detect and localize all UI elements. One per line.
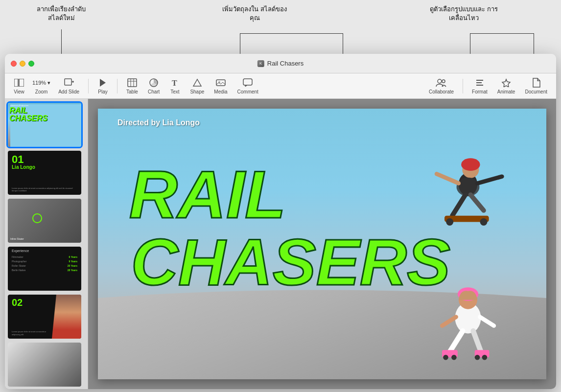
annotation-line-2-h2 xyxy=(294,33,343,34)
keynote-icon: K xyxy=(257,60,264,67)
slide-item-1[interactable]: 1 Director's Production RAILCHASERS xyxy=(8,103,85,147)
view-icon xyxy=(14,77,24,88)
separator-2 xyxy=(117,79,117,93)
svg-point-31 xyxy=(480,218,488,226)
svg-point-32 xyxy=(461,158,480,171)
shape-label: Shape xyxy=(190,89,204,94)
media-button[interactable]: Media xyxy=(210,75,231,96)
view-button[interactable]: View xyxy=(10,75,28,96)
canvas-area[interactable]: Directed by Lia Longo RAIL CHASERS xyxy=(88,99,556,389)
document-label: Document xyxy=(525,89,547,94)
slide-thumb-1[interactable]: Director's Production RAILCHASERS xyxy=(8,103,81,147)
collaborate-label: Collaborate xyxy=(429,89,454,94)
toolbar-view-group: View 119% ▾ Zoom Add Slide xyxy=(10,75,83,96)
thumb5-person xyxy=(52,295,81,339)
svg-point-24 xyxy=(457,178,480,196)
slide-thumb-2[interactable]: 01 Lia Longo Lorem ipsum dolor sit amet … xyxy=(8,151,81,195)
main-area: 1 Director's Production RAILCHASERS 2 01… xyxy=(5,99,556,389)
svg-line-36 xyxy=(450,331,463,351)
thumb2-name: Lia Longo xyxy=(12,164,35,170)
slide-thumb-3[interactable]: Inline Skater xyxy=(8,199,81,243)
svg-rect-1 xyxy=(19,79,24,87)
thumb5-text: Lorem ipsum dolor sit amet consectetur a… xyxy=(12,330,49,336)
svg-line-27 xyxy=(452,195,466,216)
graffiti-rail: RAIL xyxy=(129,157,286,232)
format-label: Format xyxy=(472,89,488,94)
window-title-text: Rail Chasers xyxy=(267,60,304,67)
svg-line-44 xyxy=(442,317,456,326)
thumb3-circle xyxy=(32,213,42,223)
svg-line-37 xyxy=(473,331,481,351)
comment-icon xyxy=(242,77,253,88)
thumb5-number: 02 xyxy=(12,297,23,308)
slide-item-3[interactable]: 3 Inline Skater xyxy=(8,199,85,243)
slide-main-content: Directed by Lia Longo RAIL CHASERS xyxy=(98,109,546,379)
slide-item-2[interactable]: 2 01 Lia Longo Lorem ipsum dolor sit ame… xyxy=(8,151,85,195)
document-icon xyxy=(531,77,541,88)
skater-seated-svg xyxy=(429,277,507,365)
text-button[interactable]: T Text xyxy=(165,75,184,96)
thumb4-title: Experience xyxy=(12,249,29,253)
slide-item-4[interactable]: 4 Experience Filmmaker6 Years Photograph… xyxy=(8,247,85,291)
comment-button[interactable]: Comment xyxy=(234,75,262,96)
svg-point-40 xyxy=(443,355,448,360)
app-window: K Rail Chasers View 119% ▾ Zoom xyxy=(5,54,556,389)
svg-point-41 xyxy=(451,355,457,360)
svg-marker-21 xyxy=(502,79,510,87)
close-button[interactable] xyxy=(11,61,17,67)
svg-rect-15 xyxy=(243,79,252,85)
svg-rect-13 xyxy=(216,80,225,86)
window-title-area: K Rail Chasers xyxy=(257,60,304,67)
text-icon: T xyxy=(169,77,180,88)
slide-thumb-4[interactable]: Experience Filmmaker6 Years Photographer… xyxy=(8,247,81,291)
collaborate-icon xyxy=(436,77,446,88)
svg-point-42 xyxy=(475,355,480,360)
slide-item-5[interactable]: 5 02 Lorem ipsum dolor sit amet consecte… xyxy=(8,295,85,339)
animate-icon xyxy=(501,77,512,88)
slide-thumb-6[interactable] xyxy=(8,343,81,387)
zoom-button[interactable]: 119% ▾ Zoom xyxy=(29,75,53,96)
svg-rect-0 xyxy=(14,79,18,87)
play-icon xyxy=(97,77,108,88)
annotation-format-animate: ดูตัวเลือกรูปแบบและ การเคลื่อนไหว xyxy=(421,5,507,23)
thumb1-graffiti: RAILCHASERS xyxy=(9,107,47,122)
annotation-add-object: เพิ่มวัตถุลงใน สไลด์ของคุณ xyxy=(220,5,289,23)
format-button[interactable]: Format xyxy=(468,75,491,96)
chart-button[interactable]: Chart xyxy=(144,75,164,96)
graffiti-chasers: CHASERS xyxy=(131,226,451,299)
traffic-lights xyxy=(5,61,34,67)
play-button[interactable]: Play xyxy=(94,75,112,96)
thumb2-body: Lorem ipsum dolor sit amet consectetur a… xyxy=(12,187,77,192)
text-label: Text xyxy=(170,89,179,94)
animate-button[interactable]: Animate xyxy=(493,75,519,96)
fullscreen-button[interactable] xyxy=(28,61,34,67)
svg-line-26 xyxy=(477,177,502,184)
separator-3 xyxy=(463,79,463,93)
slide-panel[interactable]: 1 Director's Production RAILCHASERS 2 01… xyxy=(5,99,88,389)
table-button[interactable]: Table xyxy=(122,75,142,96)
slide-item-6[interactable]: 6 xyxy=(8,343,85,387)
svg-point-43 xyxy=(482,355,488,360)
thumb4-rows: Filmmaker6 Years Photographer9 Years Rol… xyxy=(12,255,77,273)
slide-thumb-5[interactable]: 02 Lorem ipsum dolor sit amet consectetu… xyxy=(8,295,81,339)
view-label: View xyxy=(14,89,24,94)
zoom-label: Zoom xyxy=(35,89,48,94)
svg-point-30 xyxy=(446,218,453,226)
media-icon xyxy=(215,77,226,88)
media-label: Media xyxy=(214,89,227,94)
document-button[interactable]: Document xyxy=(521,75,551,96)
shape-icon xyxy=(192,77,203,88)
svg-rect-2 xyxy=(65,79,71,85)
minimize-button[interactable] xyxy=(20,61,25,67)
play-label: Play xyxy=(98,89,107,94)
annotation-line-3-h xyxy=(470,33,534,34)
add-slide-icon xyxy=(64,77,74,88)
chart-icon xyxy=(148,77,159,88)
svg-line-25 xyxy=(437,174,459,183)
comment-label: Comment xyxy=(237,89,258,94)
svg-point-17 xyxy=(442,80,445,83)
animate-label: Animate xyxy=(497,89,515,94)
collaborate-button[interactable]: Collaborate xyxy=(425,75,458,96)
add-slide-button[interactable]: Add Slide xyxy=(54,75,83,96)
shape-button[interactable]: Shape xyxy=(186,75,208,96)
